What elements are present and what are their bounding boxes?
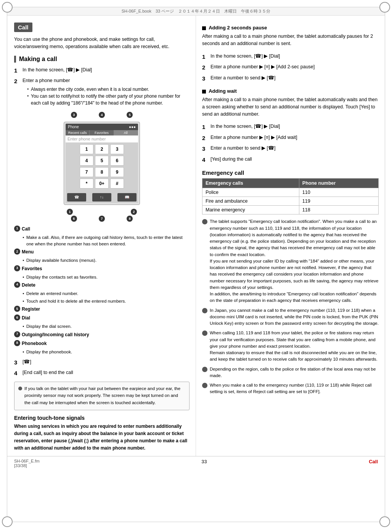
- tab-all[interactable]: All: [114, 130, 138, 135]
- note-bullet-1: If you talk on the tablet with your hair…: [18, 385, 185, 406]
- header-bar: SH-06F_E.book 33 ページ ２０１４年４月２４日 木曜日 午後６時…: [7, 7, 385, 16]
- key-7[interactable]: 7: [80, 167, 93, 177]
- bullet-1: Always enter the city code, even when it…: [27, 86, 190, 93]
- footer: SH-06F_E.fm [33/38] 33 Call: [7, 456, 385, 470]
- black-square-1: [202, 26, 206, 30]
- keypad-row-1: 1 2 3: [67, 144, 137, 154]
- ann-num-3: 3: [14, 265, 20, 271]
- ann-num-7: 7: [14, 331, 20, 337]
- step-wait-2-content: Enter a phone number ▶ [≡] ▶ [Add wait]: [210, 134, 379, 143]
- step-wait-4: 4 [Yes] during the call: [202, 156, 379, 164]
- phone-icon-3: ☎: [24, 359, 30, 364]
- page-number: 33: [40, 459, 369, 468]
- adding-2sec-text: After making a call to a main phone numb…: [202, 33, 379, 47]
- step-2-bullets: Always enter the city code, even when it…: [22, 86, 190, 106]
- call-title: Call: [14, 23, 32, 32]
- ann-bullet-1: Make a call. Also, if there are outgoing…: [22, 234, 190, 248]
- step-wait-1: 1 In the home screen, [☎] ▶ [Dial]: [202, 123, 379, 132]
- info-text-2: In Japan, you cannot make a call to the …: [210, 307, 379, 327]
- ann-label-2: Menu: [22, 248, 34, 255]
- info-dot-1: [202, 219, 207, 224]
- info-bullet-3: When calling 110, 119 and 118 from your …: [202, 330, 379, 363]
- key-8[interactable]: 8: [95, 167, 109, 177]
- ann-item-5: 5 Register: [14, 306, 190, 313]
- key-0[interactable]: 0+: [95, 179, 109, 189]
- footer-call-label: Call: [369, 459, 378, 468]
- emerg-col1-header: Emergency calls: [202, 179, 299, 188]
- dial-call-button[interactable]: ☎: [67, 193, 86, 202]
- phone-bottom: ☎ ↑↓ 📖: [66, 192, 138, 203]
- emerg-number-2: 118: [299, 206, 378, 214]
- info-bullet-2: In Japan, you cannot make a call to the …: [202, 307, 379, 327]
- ann-label-4: Delete: [22, 282, 35, 289]
- step-wait-4-content: [Yes] during the call: [210, 156, 379, 164]
- step-1: 1 In the home screen, [☎] ▶ [Dial]: [14, 66, 190, 75]
- ann-num-4: 4: [14, 282, 20, 288]
- step-2: 2 Enter a phone number Always enter the …: [14, 77, 190, 109]
- bottom-annotation-labels: 1 2: [60, 209, 144, 215]
- key-2[interactable]: 2: [95, 144, 109, 154]
- ann-label-3: Favorites: [22, 265, 42, 272]
- key-star[interactable]: *: [80, 179, 93, 189]
- phone-icon-1: ☎: [67, 67, 73, 73]
- ann-label-5: Register: [22, 306, 40, 313]
- step-2sec-1-num: 1: [202, 53, 209, 61]
- phone-keypad: 1 2 3 4 5 6 7 8: [66, 143, 138, 192]
- emerg-service-0: Police: [202, 188, 299, 197]
- step-wait-3: 3 Enter a number to send ▶ [☎]: [202, 145, 379, 153]
- annotation-block: 1 Call Make a call. Also, if there are o…: [14, 226, 190, 355]
- ann-label-6: Dial: [22, 314, 30, 321]
- annotation-1: 1: [67, 209, 73, 215]
- phone-icon-2s3: ☎: [268, 75, 274, 81]
- phone-icon-w3: ☎: [268, 145, 274, 151]
- footer-page-ref: [33/38]: [14, 463, 27, 468]
- intro-paragraph: You can use the phone and phonebook, and…: [14, 36, 190, 50]
- annotation-3: 3: [71, 112, 77, 118]
- ann-num-6: 6: [14, 314, 20, 321]
- ann-bullet-6: Display the dial screen.: [22, 323, 190, 330]
- key-1[interactable]: 1: [80, 144, 93, 154]
- key-9[interactable]: 9: [110, 167, 124, 177]
- info-dot-2: [202, 308, 207, 313]
- adding-wait-text: After making a call to a main phone numb…: [202, 96, 379, 118]
- emerg-number-0: 110: [299, 188, 378, 197]
- annotation-4: 4: [99, 112, 105, 118]
- ann-bullet-2: Display available functions (menus).: [22, 257, 190, 264]
- ann-num-8: 8: [14, 340, 20, 346]
- annotation-2: 2: [131, 209, 137, 215]
- key-hash[interactable]: #: [110, 179, 124, 189]
- dial-outgoing-button[interactable]: ↑↓: [92, 193, 111, 202]
- phone-tabs: Recent calls Favorites All: [66, 130, 138, 135]
- tab-favorites[interactable]: Favorites: [90, 130, 114, 135]
- key-6[interactable]: 6: [110, 156, 124, 166]
- phone-header: Phone ●●●: [66, 124, 138, 130]
- step-2sec-3: 3 Enter a number to send ▶ [☎]: [202, 74, 379, 83]
- annotation-5: 5: [127, 112, 133, 118]
- ann-num-1: 1: [14, 226, 20, 232]
- step-2-number: 2: [14, 77, 21, 109]
- key-4[interactable]: 4: [80, 156, 93, 166]
- step-wait-4-num: 4: [202, 156, 209, 164]
- key-3[interactable]: 3: [110, 144, 124, 154]
- touch-tone-text: When using services in which you are req…: [14, 423, 190, 452]
- emergency-table: Emergency calls Phone number Police110Fi…: [202, 178, 379, 214]
- step-2sec-3-content: Enter a number to send ▶ [☎]: [210, 74, 379, 83]
- step-3-content: [☎]: [22, 358, 190, 367]
- footer-file: SH-06F_E.fm: [14, 459, 40, 463]
- step-wait-2-num: 2: [202, 134, 209, 143]
- black-square-2: [202, 90, 206, 94]
- ann-item-1: 1 Call: [14, 226, 190, 232]
- emerg-service-1: Fire and ambulance: [202, 197, 299, 206]
- adding-2sec-title: Adding 2 seconds pause: [202, 25, 379, 31]
- ann-bullet-4a: Delete an entered number.: [22, 290, 190, 297]
- step-wait-3-content: Enter a number to send ▶ [☎]: [210, 145, 379, 153]
- key-5[interactable]: 5: [95, 156, 109, 166]
- left-column: Call You can use the phone and phonebook…: [7, 16, 196, 456]
- phone-status: ●●●: [129, 125, 136, 129]
- annotation-7: 7: [99, 216, 105, 222]
- tab-recent[interactable]: Recent calls: [66, 130, 90, 135]
- note-text: If you talk on the tablet with your hair…: [24, 385, 185, 406]
- step-3: 3 [☎]: [14, 358, 190, 367]
- dial-phonebook-button[interactable]: 📖: [117, 193, 137, 202]
- step-1-number: 1: [14, 66, 21, 75]
